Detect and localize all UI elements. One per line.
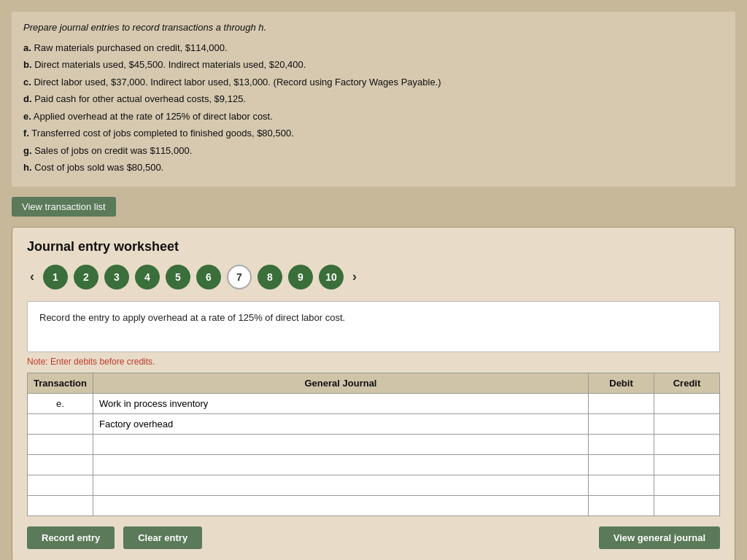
table-row (28, 475, 720, 495)
credit-input-1[interactable] (660, 398, 713, 409)
general-journal-input-5[interactable] (99, 480, 582, 491)
instruction-f: f. Transferred cost of jobs completed to… (23, 126, 724, 141)
col-general-journal: General Journal (93, 373, 589, 393)
step-6-button[interactable]: 6 (196, 265, 221, 289)
instruction-a: a. Raw materials purchased on credit, $1… (23, 41, 724, 55)
general-journal-input-3[interactable] (99, 439, 582, 450)
transaction-cell-4 (28, 454, 93, 475)
view-transaction-button[interactable]: View transaction list (12, 197, 116, 217)
debit-input-5[interactable] (595, 480, 648, 491)
action-buttons: Record entry Clear entry View general jo… (27, 526, 720, 549)
instruction-c: c. Direct labor used, $37,000. Indirect … (23, 75, 724, 90)
instruction-b: b. Direct materials used, $45,500. Indir… (23, 58, 724, 72)
clear-entry-button[interactable]: Clear entry (123, 526, 202, 549)
step-10-button[interactable]: 10 (319, 265, 344, 289)
general-journal-input-6[interactable] (99, 500, 582, 511)
credit-input-5[interactable] (660, 480, 713, 491)
credit-input-4[interactable] (660, 459, 713, 470)
table-row: e. (28, 393, 720, 413)
entry-description: Record the entry to apply overhead at a … (27, 301, 720, 352)
debit-input-1[interactable] (595, 398, 648, 409)
debit-input-3[interactable] (595, 439, 648, 450)
view-general-journal-button[interactable]: View general journal (599, 526, 720, 549)
general-journal-cell-1[interactable] (93, 393, 589, 413)
general-journal-cell-3[interactable] (93, 434, 589, 454)
general-journal-cell-5[interactable] (93, 475, 589, 495)
instruction-g: g. Sales of jobs on credit was $115,000. (23, 144, 724, 158)
journal-worksheet-panel: Journal entry worksheet ‹ 1 2 3 4 5 6 7 … (12, 227, 735, 561)
step-3-button[interactable]: 3 (104, 265, 129, 289)
step-navigation: ‹ 1 2 3 4 5 6 7 8 9 10 › (27, 265, 720, 289)
step-4-button[interactable]: 4 (135, 265, 160, 289)
step-2-button[interactable]: 2 (74, 265, 98, 289)
credit-cell-3[interactable] (654, 434, 720, 454)
instruction-h: h. Cost of jobs sold was $80,500. (23, 160, 724, 175)
credit-input-6[interactable] (660, 500, 713, 511)
table-row (28, 454, 720, 475)
worksheet-title: Journal entry worksheet (27, 239, 720, 254)
table-row (28, 434, 720, 454)
table-row (28, 495, 720, 516)
transaction-cell-1: e. (28, 393, 93, 413)
instruction-d: d. Paid cash for other actual overhead c… (23, 92, 724, 106)
credit-cell-4[interactable] (654, 454, 720, 475)
general-journal-cell-6[interactable] (93, 495, 589, 516)
instruction-e: e. Applied overhead at the rate of 125% … (23, 109, 724, 124)
debit-input-2[interactable] (595, 419, 648, 429)
credit-input-2[interactable] (660, 419, 713, 429)
general-journal-cell-4[interactable] (93, 454, 589, 475)
step-1-button[interactable]: 1 (43, 265, 68, 289)
instructions-panel: Prepare journal entries to record transa… (12, 12, 735, 187)
general-journal-cell-2[interactable] (93, 413, 589, 434)
prev-step-button[interactable]: ‹ (27, 268, 37, 286)
step-9-button[interactable]: 9 (288, 265, 313, 289)
col-credit: Credit (654, 373, 720, 393)
transaction-cell-3 (28, 434, 93, 454)
general-journal-input-1[interactable] (99, 398, 582, 409)
next-step-button[interactable]: › (349, 268, 360, 286)
debit-cell-1[interactable] (589, 393, 654, 413)
debit-cell-4[interactable] (589, 454, 654, 475)
credit-cell-6[interactable] (654, 495, 720, 516)
step-7-button[interactable]: 7 (227, 265, 252, 289)
credit-cell-5[interactable] (654, 475, 720, 495)
note-text: Note: Enter debits before credits. (27, 357, 720, 367)
debit-cell-3[interactable] (589, 434, 654, 454)
transaction-cell-5 (28, 475, 93, 495)
general-journal-input-4[interactable] (99, 459, 582, 470)
col-debit: Debit (589, 373, 654, 393)
general-journal-input-2[interactable] (99, 419, 582, 429)
step-5-button[interactable]: 5 (166, 265, 190, 289)
transaction-cell-2 (28, 413, 93, 434)
debit-cell-5[interactable] (589, 475, 654, 495)
journal-table: Transaction General Journal Debit Credit… (27, 373, 720, 516)
step-8-button[interactable]: 8 (258, 265, 282, 289)
col-transaction: Transaction (28, 373, 93, 393)
instructions-intro: Prepare journal entries to record transa… (23, 20, 724, 35)
table-row (28, 413, 720, 434)
credit-cell-2[interactable] (654, 413, 720, 434)
record-entry-button[interactable]: Record entry (27, 526, 115, 549)
credit-input-3[interactable] (660, 439, 713, 450)
credit-cell-1[interactable] (654, 393, 720, 413)
debit-cell-6[interactable] (589, 495, 654, 516)
debit-input-4[interactable] (595, 459, 648, 470)
transaction-cell-6 (28, 495, 93, 516)
debit-cell-2[interactable] (589, 413, 654, 434)
debit-input-6[interactable] (595, 500, 648, 511)
